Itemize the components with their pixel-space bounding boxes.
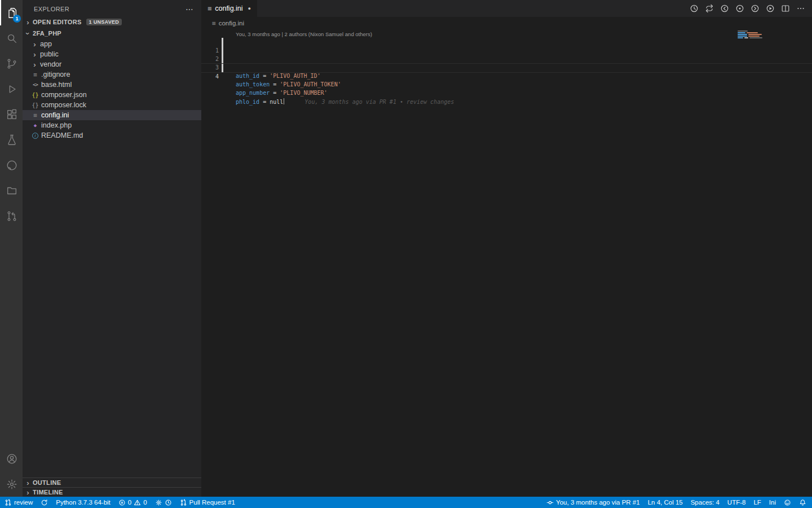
folder-public[interactable]: › public <box>23 49 201 59</box>
folder-app[interactable]: › app <box>23 39 201 49</box>
pull-request-icon <box>6 210 18 222</box>
folder-name: public <box>40 50 59 58</box>
file-config-ini[interactable]: ≡ config.ini <box>23 110 201 120</box>
activity-pull-requests[interactable] <box>0 203 23 229</box>
minimap-line <box>738 32 745 33</box>
code-editor[interactable]: You, 3 months ago | 2 authors (Nixon Sam… <box>201 29 812 497</box>
file-history-icon[interactable] <box>690 4 699 13</box>
minimap-line <box>738 36 747 37</box>
split-editor-icon[interactable] <box>781 4 790 13</box>
git-gutter-indicator[interactable] <box>222 46 223 55</box>
file-base-html[interactable]: <> base.html <box>23 80 201 90</box>
minimap-line <box>749 37 762 38</box>
ini-file-icon: ≡ <box>212 20 216 27</box>
file-name: README.md <box>41 132 83 139</box>
problems-status[interactable]: 0 0 <box>118 497 147 508</box>
pull-request-icon <box>5 499 12 506</box>
cursor-position-status[interactable]: Ln 4, Col 15 <box>648 497 683 508</box>
outline-label: OUTLINE <box>33 479 61 486</box>
minimap-line <box>738 34 747 35</box>
gitignore-file-icon: ≡ <box>31 71 39 78</box>
timeline-section[interactable]: › TIMELINE <box>23 487 201 497</box>
activity-run-debug[interactable] <box>0 76 23 102</box>
git-gutter-indicator[interactable] <box>222 55 223 63</box>
run-file-icon[interactable] <box>766 4 775 13</box>
language-label: Ini <box>769 499 776 506</box>
modified-dot-icon[interactable]: ● <box>248 6 251 11</box>
outline-section[interactable]: › OUTLINE <box>23 478 201 487</box>
activity-github[interactable] <box>0 152 23 178</box>
file-name: base.html <box>41 81 72 89</box>
file-composer-json[interactable]: {} composer.json <box>23 90 201 100</box>
extension-status-icons[interactable] <box>155 497 172 508</box>
activity-extensions[interactable] <box>0 102 23 127</box>
file-name: .gitignore <box>41 71 70 78</box>
code-line-4-current: 4 phlo_id = nullYou, 3 months ago via PR… <box>201 63 812 73</box>
eol-status[interactable]: LF <box>753 497 761 508</box>
explorer-sidebar: EXPLORER ⋯ › OPEN EDITORS 1 UNSAVED › 2F… <box>23 0 201 497</box>
file-index-php[interactable]: ◆ index.php <box>23 120 201 130</box>
file-readme-md[interactable]: i README.md <box>23 130 201 141</box>
root-folder-name: 2FA_PHP <box>33 30 61 37</box>
status-bar: review Python 3.7.3 64-bit 0 <box>0 497 812 508</box>
activity-source-control[interactable] <box>0 51 23 76</box>
extensions-icon <box>6 108 18 121</box>
ini-key: phlo_id <box>236 99 259 105</box>
compare-changes-icon[interactable] <box>705 4 714 13</box>
chevron-right-icon: › <box>31 60 38 69</box>
breadcrumb-file[interactable]: config.ini <box>219 20 244 27</box>
folder-vendor[interactable]: › vendor <box>23 59 201 69</box>
blame-label: You, 3 months ago via PR #1 <box>556 499 640 506</box>
file-name: index.php <box>41 121 72 129</box>
file-composer-lock[interactable]: {} composer.lock <box>23 100 201 110</box>
activity-bar: 1 <box>0 0 23 497</box>
markdown-file-icon: i <box>32 133 38 139</box>
git-gutter-indicator[interactable] <box>222 64 223 72</box>
breadcrumb[interactable]: ≡ config.ini <box>201 17 812 29</box>
tab-config-ini[interactable]: ≡ config.ini ● <box>201 0 258 17</box>
run-debug-icon <box>6 83 18 95</box>
minimap[interactable] <box>738 30 762 39</box>
pull-request-status[interactable]: Pull Request #1 <box>180 497 235 508</box>
language-status[interactable]: Ini <box>769 497 776 508</box>
clock-icon <box>165 499 172 506</box>
activity-testing[interactable] <box>0 127 23 152</box>
previous-change-icon[interactable] <box>720 4 729 13</box>
open-editors-section[interactable]: › OPEN EDITORS 1 UNSAVED <box>23 16 201 28</box>
tab-label: config.ini <box>215 5 242 12</box>
activity-spacer <box>0 229 23 446</box>
chevron-right-icon: › <box>31 50 38 59</box>
code-line-2: 2 auth_token = 'PLIVO_AUTH_TOKEN' <box>201 46 812 55</box>
chevron-down-icon: › <box>24 30 32 37</box>
sync-status[interactable] <box>41 497 48 508</box>
activity-accounts[interactable] <box>0 446 23 471</box>
codelens-authors[interactable]: You, 3 months ago | 2 authors (Nixon Sam… <box>201 30 812 38</box>
bell-icon <box>799 499 806 506</box>
tab-bar: ≡ config.ini ● <box>201 0 812 17</box>
activity-remote-explorer[interactable] <box>0 178 23 203</box>
sync-icon <box>41 499 48 506</box>
indentation-status[interactable]: Spaces: 4 <box>691 497 720 508</box>
notifications-status[interactable] <box>799 497 806 508</box>
feedback-status[interactable] <box>784 497 791 508</box>
blame-status[interactable]: You, 3 months ago via PR #1 <box>546 497 640 508</box>
encoding-label: UTF-8 <box>727 499 746 506</box>
minimap-line <box>738 30 748 32</box>
beaker-icon <box>6 134 18 146</box>
error-icon <box>118 499 126 506</box>
activity-settings[interactable] <box>0 471 23 497</box>
open-changes-icon[interactable] <box>735 4 744 13</box>
activity-search[interactable] <box>0 25 23 51</box>
next-change-icon[interactable] <box>751 4 760 13</box>
eol-label: LF <box>753 499 761 506</box>
git-gutter-indicator[interactable] <box>222 38 223 46</box>
more-actions-icon[interactable] <box>796 4 805 13</box>
branch-status[interactable]: review <box>5 497 33 508</box>
more-actions-icon[interactable]: ⋯ <box>186 6 193 12</box>
root-folder-row[interactable]: › 2FA_PHP <box>23 28 201 39</box>
python-interpreter-status[interactable]: Python 3.7.3 64-bit <box>56 497 111 508</box>
file-gitignore[interactable]: ≡ .gitignore <box>23 69 201 80</box>
cursor-position-label: Ln 4, Col 15 <box>648 499 683 506</box>
activity-explorer[interactable]: 1 <box>0 0 23 25</box>
encoding-status[interactable]: UTF-8 <box>727 497 746 508</box>
